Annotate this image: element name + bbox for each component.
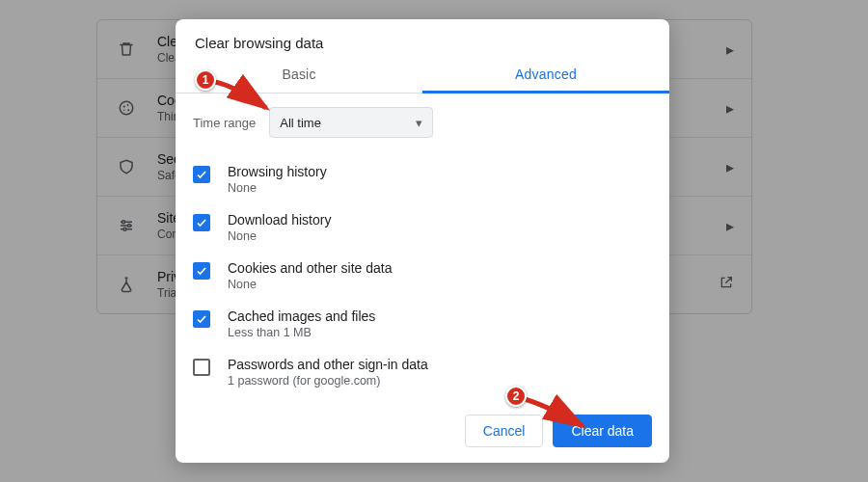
dialog-scroll-area[interactable]: Time range All time ▾ Browsing historyNo… (176, 94, 669, 401)
option-row: Cookies and other site dataNone (193, 252, 662, 300)
time-range-label: Time range (193, 116, 256, 130)
checkbox[interactable] (193, 166, 210, 183)
option-label: Download history (228, 212, 331, 228)
option-row: Cached images and filesLess than 1 MB (193, 300, 662, 348)
time-range-value: All time (280, 116, 321, 130)
checkbox[interactable] (193, 359, 210, 376)
option-row: Browsing historyNone (193, 155, 662, 203)
option-sub: None (228, 181, 327, 195)
option-label: Passwords and other sign-in data (228, 357, 428, 372)
clear-browsing-data-dialog: Clear browsing data Basic Advanced Time … (176, 19, 669, 463)
option-sub: None (228, 278, 392, 291)
option-sub: Less than 1 MB (228, 326, 375, 339)
option-row: Passwords and other sign-in data1 passwo… (193, 348, 662, 396)
time-range-select[interactable]: All time ▾ (269, 107, 433, 138)
dialog-tabs: Basic Advanced (176, 57, 669, 94)
option-row: Download historyNone (193, 203, 662, 252)
option-label: Browsing history (228, 164, 327, 179)
option-row: Autofill form data (193, 396, 662, 401)
tab-advanced[interactable]: Advanced (422, 57, 669, 94)
checkbox[interactable] (193, 262, 210, 280)
cancel-button[interactable]: Cancel (465, 415, 544, 447)
option-sub: None (228, 229, 331, 243)
time-range-row: Time range All time ▾ (193, 107, 662, 138)
option-sub: 1 password (for google.com) (228, 374, 428, 388)
option-label: Cached images and files (228, 308, 375, 324)
tab-basic[interactable]: Basic (176, 57, 422, 94)
checkbox[interactable] (193, 310, 210, 328)
clear-data-button[interactable]: Clear data (553, 415, 652, 447)
option-label: Cookies and other site data (228, 260, 392, 276)
chevron-down-icon: ▾ (416, 116, 422, 130)
checkbox[interactable] (193, 214, 210, 231)
dialog-title: Clear browsing data (176, 19, 669, 57)
dialog-footer: Cancel Clear data (176, 401, 669, 463)
